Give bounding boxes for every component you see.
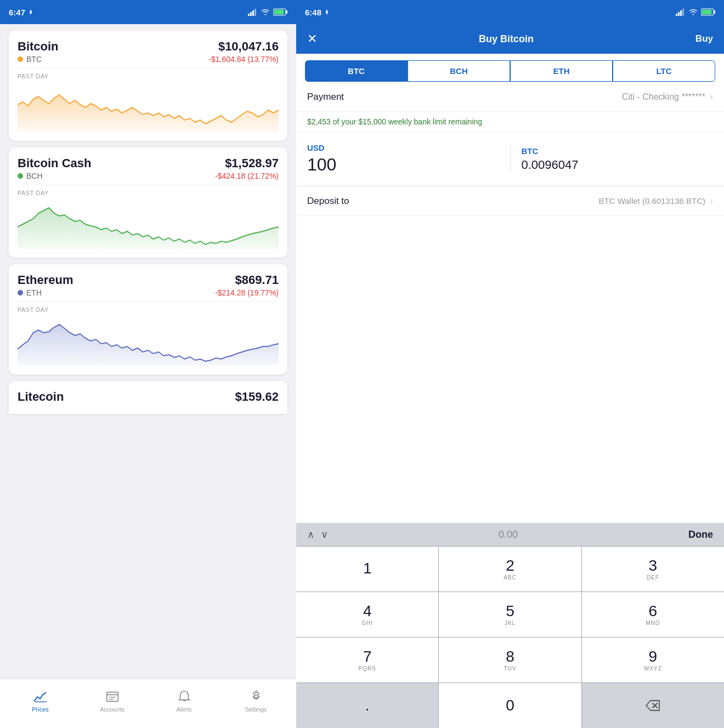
eth-past-day: PAST DAY [18,302,279,313]
keypad-toolbar: ∧ ∨ 0.00 Done [296,523,724,546]
key-7[interactable]: 7 PQRS [296,638,438,682]
amount-row: USD 100 BTC 0.0096047 [296,132,724,186]
amount-divider [510,145,511,173]
bch-past-day: PAST DAY [18,185,279,196]
accounts-icon [105,690,120,704]
status-bar-left: 6:47 [0,0,296,24]
bch-change: -$424.18 (21.72%) [215,172,279,180]
key-8[interactable]: 8 TUV [439,638,581,682]
nav-alerts[interactable]: Alerts [148,690,220,713]
svg-rect-8 [106,692,117,701]
coins-list: Bitcoin $10,047.16 BTC -$1,604.84 (13.77… [0,24,296,679]
payment-value: Citi - Checking ******* › [622,91,713,103]
prices-icon [33,690,48,704]
litecoin-partial-card[interactable]: Litecoin $159.62 [9,381,287,414]
key-1[interactable]: 1 [296,547,438,592]
key-9[interactable]: 9 WXYZ [582,638,724,682]
bitcoin-past-day: PAST DAY [18,68,279,79]
svg-rect-6 [274,10,284,15]
left-panel: 6:47 [0,0,296,728]
svg-rect-19 [702,10,712,15]
svg-rect-2 [252,10,254,16]
alerts-icon [177,690,191,704]
eth-name: Ethereum [18,273,73,287]
deposit-chevron: › [710,195,713,207]
bottom-nav: Prices Accounts Alerts Settings [0,679,296,728]
status-bar-right: 6:48 [296,0,724,24]
key-2[interactable]: 2 ABC [439,547,581,592]
nav-settings[interactable]: Settings [220,690,292,713]
backspace-icon [645,699,660,712]
usd-label: USD [307,143,499,152]
bch-name: Bitcoin Cash [18,156,91,170]
ltc-price: $159.62 [235,390,279,404]
svg-rect-0 [248,14,250,16]
bitcoin-ticker: BTC [18,55,42,64]
svg-rect-5 [286,10,288,14]
btc-label: BTC [522,146,714,156]
key-5[interactable]: 5 JKL [439,592,581,637]
signal-icon-right [676,9,686,16]
bitcoin-dot [18,56,23,62]
payment-label: Payment [307,92,344,103]
tab-eth[interactable]: ETH [510,60,613,82]
keypad-grid: 1 2 ABC 3 DEF 4 GHI 5 JKL 6 MNO [296,546,724,728]
svg-rect-13 [676,14,677,16]
page-title: Buy Bitcoin [479,33,534,45]
battery-icon-right [701,8,715,16]
tab-bch[interactable]: BCH [408,60,510,82]
time-left: 6:47 [9,8,25,17]
payment-chevron: › [710,91,713,103]
down-arrow[interactable]: ∨ [321,528,328,541]
buy-button[interactable]: Buy [695,33,713,44]
payment-row[interactable]: Payment Citi - Checking ******* › [296,82,724,112]
bitcoincash-card[interactable]: Bitcoin Cash $1,528.97 BCH -$424.18 (21.… [9,147,287,258]
coin-type-tabs: BTC BCH ETH LTC [305,60,715,82]
svg-rect-15 [680,10,682,16]
key-backspace[interactable] [582,683,724,728]
bitcoin-change: -$1,604.84 (13.77%) [208,55,279,64]
key-3[interactable]: 3 DEF [582,547,724,592]
key-4[interactable]: 4 GHI [296,592,438,637]
btc-amount: 0.0096047 [522,158,714,172]
bch-chart [18,200,279,249]
location-icon-right [324,9,330,15]
status-icons-left [248,8,287,16]
svg-rect-3 [254,9,256,16]
signal-icon-left [248,9,258,16]
keypad-done-button[interactable]: Done [688,529,713,541]
deposit-label: Deposit to [307,196,349,207]
wifi-icon-left [261,9,270,15]
bitcoin-price: $10,047.16 [218,39,279,54]
buy-content: Payment Citi - Checking ******* › $2,453… [296,82,724,523]
ethereum-card[interactable]: Ethereum $869.71 ETH -$214.28 (19.77%) P… [9,264,287,374]
usd-amount[interactable]: 100 [307,155,499,175]
keypad-arrows: ∧ ∨ [307,528,328,541]
keypad-preview: 0.00 [328,529,688,541]
eth-change: -$214.28 (19.77%) [215,288,279,297]
up-arrow[interactable]: ∧ [307,528,314,541]
settings-icon [249,690,263,704]
svg-rect-14 [678,12,680,16]
nav-accounts-label: Accounts [100,706,125,713]
deposit-row[interactable]: Deposit to BTC Wallet (0.6013136 BTC) › [296,186,724,216]
svg-rect-1 [250,12,252,16]
eth-chart [18,316,279,366]
btc-side: BTC 0.0096047 [522,146,714,172]
nav-accounts[interactable]: Accounts [76,690,148,713]
tab-btc[interactable]: BTC [305,60,408,82]
deposit-value: BTC Wallet (0.6013136 BTC) › [598,195,713,207]
battery-icon-left [273,8,287,16]
eth-price: $869.71 [235,273,279,287]
usd-side: USD 100 [307,143,499,175]
wifi-icon-right [689,9,698,15]
close-button[interactable]: ✕ [307,32,317,46]
status-icons-right [676,8,715,16]
key-dot[interactable]: . [296,683,438,728]
tab-ltc[interactable]: LTC [613,60,715,82]
spacer [296,216,724,523]
key-6[interactable]: 6 MNO [582,592,724,637]
key-0[interactable]: 0 [439,683,581,728]
bitcoin-card[interactable]: Bitcoin $10,047.16 BTC -$1,604.84 (13.77… [9,31,287,141]
nav-prices[interactable]: Prices [4,690,76,713]
